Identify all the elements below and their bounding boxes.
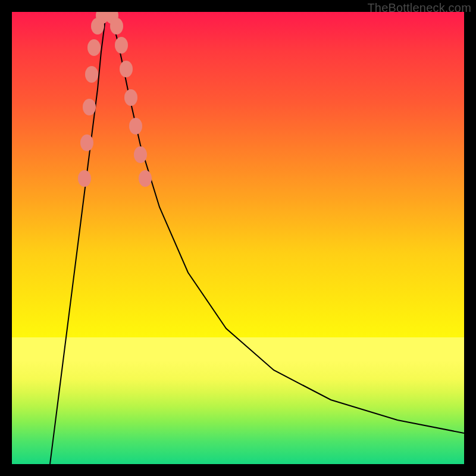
chart-svg (12, 12, 464, 464)
marker-point (85, 66, 98, 83)
marker-point (115, 37, 128, 54)
marker-point (129, 118, 142, 134)
plot-area (12, 12, 464, 464)
chart-frame: TheBottleneck.com (0, 0, 476, 476)
bottleneck-curve (50, 14, 464, 464)
marker-point (120, 61, 133, 77)
marker-point (87, 39, 101, 56)
marker-point (139, 170, 152, 187)
marker-point (124, 89, 137, 106)
marker-point (83, 99, 96, 115)
watermark-text: TheBottleneck.com (367, 1, 471, 15)
marker-point (110, 18, 123, 35)
marker-point (80, 134, 93, 151)
marker-point (78, 170, 91, 187)
marker-point (134, 146, 147, 163)
